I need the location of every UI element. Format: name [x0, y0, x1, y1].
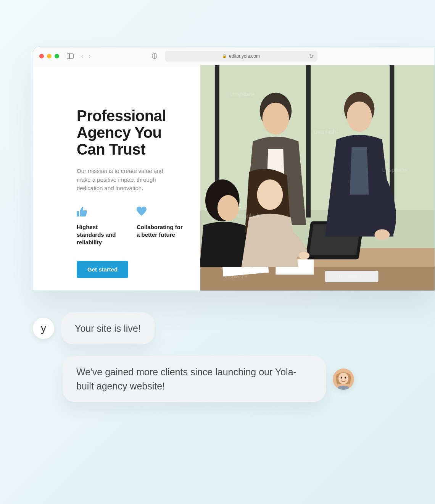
- browser-toolbar: ‹ › 🔒 editor.yola.com ↻: [33, 47, 435, 65]
- refresh-icon[interactable]: ↻: [309, 53, 314, 59]
- svg-point-18: [218, 195, 239, 221]
- chat-message: We've gained more clients since launchin…: [76, 367, 296, 391]
- chat-bubble-bot: Your site is live!: [61, 312, 155, 344]
- svg-point-29: [341, 376, 342, 378]
- svg-point-19: [257, 179, 283, 210]
- chat-row-bot: y Your site is live!: [33, 312, 365, 344]
- svg-point-30: [345, 376, 346, 378]
- thumbs-up-icon: [77, 207, 125, 216]
- bot-avatar: y: [33, 318, 54, 339]
- url-bar[interactable]: 🔒 editor.yola.com ↻: [165, 51, 317, 61]
- svg-text:Unsplash+: Unsplash+: [238, 213, 263, 219]
- chat-row-user: We've gained more clients since launchin…: [33, 356, 365, 402]
- shield-icon: [152, 53, 157, 59]
- svg-text:Unsplash+: Unsplash+: [230, 91, 255, 97]
- url-text: editor.yola.com: [229, 53, 260, 59]
- get-started-button[interactable]: Get started: [77, 261, 128, 278]
- svg-text:Unsplash+: Unsplash+: [382, 167, 407, 173]
- feature-text: Highest standards and reliability: [77, 223, 125, 247]
- user-avatar: [333, 368, 354, 390]
- maximize-window-button[interactable]: [55, 54, 59, 58]
- svg-point-16: [374, 229, 390, 240]
- features-row: Highest standards and reliability Collab…: [77, 207, 185, 247]
- feature-collaboration: Collaborating for a better future: [137, 207, 185, 247]
- feature-standards: Highest standards and reliability: [77, 207, 125, 247]
- svg-point-20: [299, 252, 309, 259]
- svg-point-28: [338, 373, 348, 384]
- svg-text:Unsplash+: Unsplash+: [314, 129, 339, 135]
- close-window-button[interactable]: [39, 54, 44, 58]
- forward-button[interactable]: ›: [89, 53, 90, 60]
- svg-text:Unsplash+: Unsplash+: [222, 273, 248, 279]
- hero-image: Unsplash+ Unsplash+ Unsplash+ Unsplash+ …: [200, 65, 435, 291]
- heart-icon: [137, 207, 185, 216]
- chat-message: Your site is live!: [75, 323, 141, 334]
- nav-arrows: ‹ ›: [81, 53, 91, 60]
- browser-window: ‹ › 🔒 editor.yola.com ↻ Professional Age…: [33, 47, 435, 291]
- window-controls: [39, 54, 59, 58]
- minimize-window-button[interactable]: [47, 54, 52, 58]
- sidebar-toggle-icon[interactable]: [67, 53, 74, 59]
- svg-point-15: [347, 102, 372, 132]
- hero-subtitle: Our mission is to create value and make …: [77, 167, 176, 193]
- hero-title: Professional Agency You Can Trust: [77, 107, 185, 158]
- back-button[interactable]: ‹: [81, 53, 83, 60]
- chat-container: y Your site is live! We've gained more c…: [33, 312, 365, 414]
- lock-icon: 🔒: [222, 54, 227, 58]
- hero-section: Professional Agency You Can Trust Our mi…: [33, 65, 200, 291]
- feature-text: Collaborating for a better future: [137, 223, 185, 239]
- chat-bubble-user: We've gained more clients since launchin…: [63, 356, 326, 402]
- svg-rect-3: [306, 65, 311, 218]
- svg-point-13: [262, 103, 289, 135]
- svg-text:Unsplash+: Unsplash+: [337, 273, 362, 279]
- page-content: Professional Agency You Can Trust Our mi…: [33, 65, 435, 291]
